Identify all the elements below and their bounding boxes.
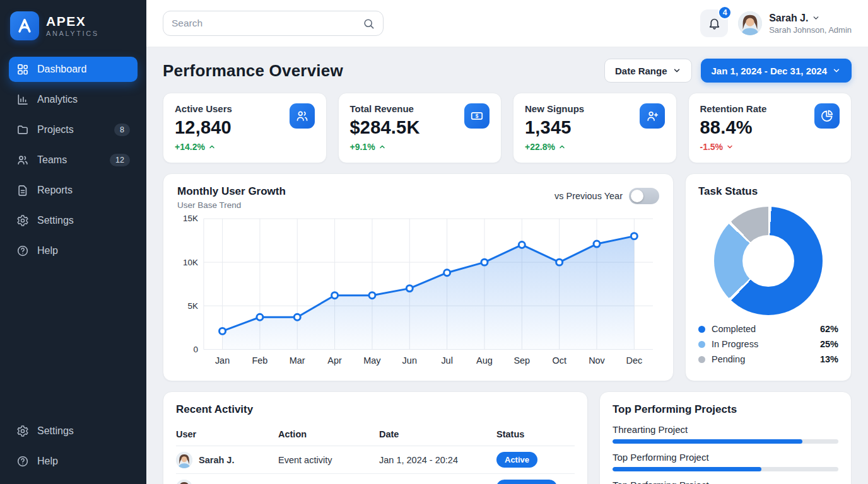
toggle-label: vs Previous Year xyxy=(554,191,623,201)
analytics-chart-icon xyxy=(16,93,29,106)
sidebar-footer: Settings Help xyxy=(9,418,138,474)
document-icon xyxy=(16,184,29,197)
brand-subtitle: ANALYTICS xyxy=(46,30,99,37)
brand-name: APEX xyxy=(46,14,99,28)
brand: APEX ANALYTICS xyxy=(9,9,138,47)
svg-text:Sep: Sep xyxy=(513,355,530,366)
people-icon xyxy=(16,154,29,166)
legend-dot xyxy=(698,326,705,333)
date-range-button[interactable]: Date Range xyxy=(604,59,692,83)
project-item: Threarting Project xyxy=(613,424,838,444)
svg-text:Nov: Nov xyxy=(589,355,605,366)
svg-text:Oct: Oct xyxy=(552,355,566,366)
sidebar-item-dashboard[interactable]: Dashboard xyxy=(9,57,138,82)
sidebar-footer-settings[interactable]: Settings xyxy=(9,418,138,444)
apex-logo-icon xyxy=(10,11,39,40)
notifications-button[interactable]: 4 xyxy=(700,9,728,37)
page-title: Performance Overview xyxy=(163,61,343,81)
status-badge: Active xyxy=(496,452,537,468)
svg-text:10K: 10K xyxy=(183,258,198,267)
sidebar-item-label: Help xyxy=(37,456,58,467)
task-status-title: Task Status xyxy=(698,185,838,198)
svg-text:15K: 15K xyxy=(183,214,198,223)
user-detail: Sarah Johnson, Admin xyxy=(769,25,852,35)
legend-item-pending: Pending 13% xyxy=(698,354,838,364)
progress-bar xyxy=(613,467,838,471)
stat-change: +22.8% xyxy=(525,142,584,152)
project-item: Top Performing Project xyxy=(613,480,838,484)
avatar xyxy=(176,480,192,484)
caret-up-icon xyxy=(378,143,386,151)
task-status-donut xyxy=(714,207,823,315)
stat-label: Retention Rate xyxy=(700,103,767,114)
monthly-user-growth-card: Monthly User Growth User Base Trend vs P… xyxy=(163,173,674,381)
projects-count-badge: 8 xyxy=(114,124,130,136)
sidebar-item-label: Help xyxy=(37,245,58,256)
svg-text:5K: 5K xyxy=(187,301,197,311)
search-box xyxy=(163,11,384,36)
sidebar-item-label: Settings xyxy=(37,215,74,226)
sidebar-item-reports[interactable]: Reports xyxy=(9,178,138,203)
sidebar-item-analytics[interactable]: Analytics xyxy=(9,87,138,112)
recent-activity-card: Recent Activity User Action Date Status xyxy=(163,391,588,484)
user-growth-line-chart: 05K10K15KJanFebMarAprMayJunJulAugSepOctN… xyxy=(177,212,659,369)
top-projects-card: Top Performing Projects Threarting Proje… xyxy=(599,391,852,484)
stat-label: Total Revenue xyxy=(350,103,420,114)
task-status-card: Task Status Completed 62% In Progress 25… xyxy=(685,173,852,381)
stat-value: 88.4% xyxy=(700,117,767,138)
svg-text:Aug: Aug xyxy=(476,355,493,366)
table-row[interactable]: Sarah J. Search activity Jan 1, 2024 - 2… xyxy=(176,474,575,484)
date-range-value-button[interactable]: Jan 1, 2024 - Dec 31, 2024 xyxy=(701,59,852,83)
sidebar: APEX ANALYTICS Dashboard Analytics Proje… xyxy=(0,0,146,484)
svg-text:Dec: Dec xyxy=(626,355,642,366)
users-icon xyxy=(290,103,315,129)
stat-card-total-revenue: Total Revenue $284.5K +9.1% $ xyxy=(338,93,502,163)
project-item: Top Performing Project xyxy=(613,452,838,471)
sidebar-item-label: Teams xyxy=(37,154,67,166)
pie-chart-icon xyxy=(814,103,840,129)
user-plus-icon xyxy=(640,103,665,129)
svg-text:Feb: Feb xyxy=(252,355,267,366)
sidebar-item-label: Settings xyxy=(37,425,74,437)
stat-change: +9.1% xyxy=(350,142,420,152)
stat-label: New Signups xyxy=(525,103,584,114)
chevron-down-icon xyxy=(672,66,681,75)
svg-text:Apr: Apr xyxy=(327,355,342,366)
chart-title: Monthly User Growth xyxy=(177,185,286,198)
legend-dot xyxy=(698,356,705,363)
sidebar-item-label: Dashboard xyxy=(37,64,86,75)
svg-text:0: 0 xyxy=(193,345,197,354)
chart-subtitle: User Base Trend xyxy=(177,200,286,210)
stat-value: 12,840 xyxy=(175,117,232,138)
avatar xyxy=(738,11,762,35)
caret-up-icon xyxy=(208,143,216,151)
status-badge: Processing xyxy=(496,480,557,484)
svg-text:Jan: Jan xyxy=(215,355,230,366)
sidebar-item-projects[interactable]: Projects 8 xyxy=(9,117,138,142)
gear-icon xyxy=(16,214,29,227)
sidebar-item-settings[interactable]: Settings xyxy=(9,208,138,233)
stat-label: Active Users xyxy=(175,103,232,114)
sidebar-item-teams[interactable]: Teams 12 xyxy=(9,147,138,173)
stat-change: +14.2% xyxy=(175,142,232,152)
help-circle-icon xyxy=(16,245,29,257)
caret-up-icon xyxy=(558,143,566,151)
search-input[interactable] xyxy=(172,18,358,29)
vs-previous-year-toggle[interactable] xyxy=(629,188,659,204)
sidebar-item-help[interactable]: Help xyxy=(9,238,138,263)
search-icon xyxy=(363,18,375,30)
notification-count-badge: 4 xyxy=(718,6,732,20)
bell-icon xyxy=(708,17,721,30)
banknote-dollar-icon: $ xyxy=(464,103,490,129)
sidebar-footer-help[interactable]: Help xyxy=(9,449,138,474)
svg-text:Jul: Jul xyxy=(441,355,452,366)
legend-item-in-progress: In Progress 25% xyxy=(698,339,838,349)
topbar: 4 Sarah J. Sarah Johnson, Admin xyxy=(146,0,868,47)
table-row[interactable]: Sarah J. Event activity Jan 1, 2024 - 20… xyxy=(176,446,575,474)
sidebar-item-label: Analytics xyxy=(37,94,78,105)
stat-card-retention-rate: Retention Rate 88.4% -1.5% xyxy=(688,93,852,163)
user-menu[interactable]: Sarah J. Sarah Johnson, Admin xyxy=(738,11,852,35)
task-status-legend: Completed 62% In Progress 25% Pending 13… xyxy=(698,324,838,364)
svg-text:Mar: Mar xyxy=(290,355,305,366)
stat-change: -1.5% xyxy=(700,142,767,152)
